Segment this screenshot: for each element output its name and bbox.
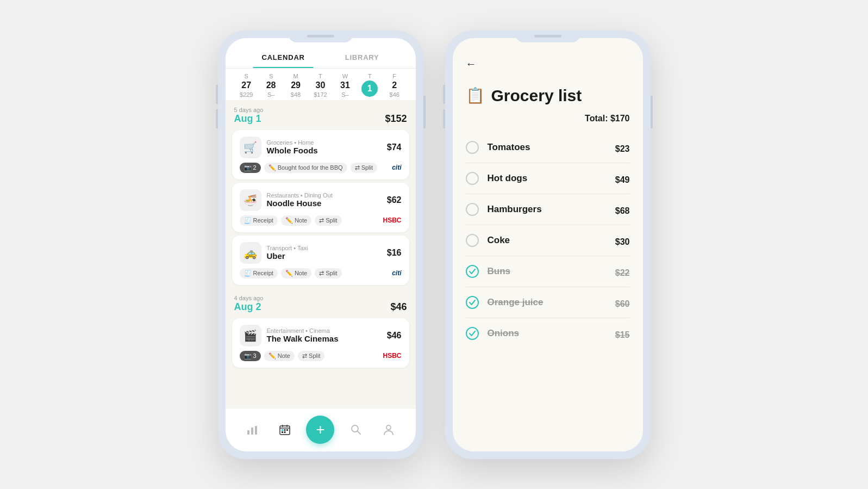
- txn-name-cinemas: The Walk Cinemas: [267, 334, 387, 343]
- txn-amount-noodle: $62: [387, 195, 402, 205]
- cal-day-29[interactable]: M 29 $48: [284, 73, 307, 98]
- cal-num-30: 30: [316, 81, 326, 90]
- grocery-item-coke: Coke $30: [466, 225, 630, 256]
- cal-day-2[interactable]: F 2 $46: [383, 73, 406, 98]
- tab-calendar[interactable]: CALENDAR: [253, 49, 313, 68]
- cal-day-28[interactable]: S 28 S–: [260, 73, 283, 98]
- nav-profile-button[interactable]: [378, 419, 399, 441]
- vol-up-button-right[interactable]: [443, 85, 445, 104]
- app-tabs: CALENDAR LIBRARY: [226, 38, 416, 69]
- date-header-aug2: 4 days ago Aug 2 $46: [226, 288, 416, 315]
- txn-tag-photos-cinemas[interactable]: 📷 3: [240, 351, 261, 361]
- txn-name-noodle: Noodle House: [267, 199, 387, 208]
- txn-uber[interactable]: 🚕 Transport • Taxi Uber $16 🧾 Receipt ✏️…: [232, 236, 409, 285]
- bank-hsbc-1: HSBC: [383, 216, 401, 224]
- grocery-list-icon: 📋: [466, 86, 485, 104]
- check-buns[interactable]: [466, 265, 479, 278]
- cal-day-31[interactable]: W 31 S–: [334, 73, 357, 98]
- svg-rect-7: [282, 429, 283, 431]
- grocery-item-hotdogs: Hot dogs $49: [466, 163, 630, 194]
- cal-day-27[interactable]: S 27 $229: [235, 73, 258, 98]
- cal-num-31: 31: [340, 81, 350, 90]
- item-name-tomatoes: Tomatoes: [488, 142, 630, 153]
- date-label-aug2: Aug 2: [234, 301, 261, 313]
- speaker-right: [534, 35, 561, 38]
- txn-tag-note-uber[interactable]: ✏️ Note: [281, 268, 311, 278]
- date-total-aug1: $152: [385, 113, 407, 125]
- item-name-hamburgers: Hamburgers: [488, 204, 630, 215]
- grocery-items-list: Tomatoes $23 Hot dogs $49 Hamburgers $68: [453, 132, 643, 349]
- date-label-aug1: Aug 1: [234, 113, 261, 125]
- grocery-header: 📋 Grocery list: [453, 70, 643, 114]
- txn-category-uber: Transport • Taxi: [267, 245, 387, 251]
- txn-whole-foods[interactable]: 🛒 Groceries • Home Whole Foods $74 📷 2 ✏…: [232, 130, 409, 179]
- txn-tag-note[interactable]: ✏️ Bought food for the BBQ: [264, 163, 347, 173]
- txn-tag-split-uber[interactable]: ⇄ Split: [315, 268, 341, 278]
- txn-cinemas[interactable]: 🎬 Entertainment • Cinema The Walk Cinema…: [232, 318, 409, 368]
- cal-day-30[interactable]: T 30 $172: [309, 73, 332, 98]
- item-name-orange-juice: Orange juice: [488, 297, 630, 308]
- power-button-right[interactable]: [651, 96, 653, 128]
- item-name-buns: Buns: [488, 266, 630, 277]
- power-button[interactable]: [423, 96, 426, 128]
- item-price-hamburgers: $68: [615, 206, 630, 216]
- check-hotdogs[interactable]: [466, 172, 479, 185]
- txn-tag-split-cinemas[interactable]: ⇄ Split: [298, 351, 324, 361]
- check-orange-juice[interactable]: [466, 296, 479, 309]
- right-phone: ← 📋 Grocery list Total: $170 Tomatoes $2…: [445, 30, 651, 459]
- txn-info-cinemas: Entertainment • Cinema The Walk Cinemas: [267, 327, 387, 343]
- txn-amount-whole-foods: $74: [387, 143, 402, 152]
- svg-point-14: [386, 425, 391, 430]
- bank-citi-2: citi: [392, 269, 401, 277]
- grocery-item-onions: Onions $15: [466, 318, 630, 349]
- transactions-scroll[interactable]: 5 days ago Aug 1 $152 🛒 Groceries • Home…: [226, 100, 416, 416]
- svg-rect-1: [251, 428, 253, 435]
- bank-hsbc-2: HSBC: [383, 352, 401, 360]
- cal-label-27: S: [245, 73, 248, 79]
- txn-tag-note-cinemas[interactable]: ✏️ Note: [264, 351, 295, 361]
- check-coke[interactable]: [466, 234, 479, 247]
- txn-category-noodle: Restaurants • Dining Out: [267, 192, 387, 199]
- grocery-item-orange-juice: Orange juice $60: [466, 287, 630, 318]
- nav-add-button[interactable]: +: [306, 416, 334, 444]
- txn-tag-receipt-noodle[interactable]: 🧾 Receipt: [240, 215, 278, 226]
- speaker: [307, 35, 334, 38]
- tab-library[interactable]: LIBRARY: [336, 49, 388, 68]
- txn-noodle-house[interactable]: 🍜 Restaurants • Dining Out Noodle House …: [232, 183, 409, 232]
- txn-tag-note-noodle[interactable]: ✏️ Note: [281, 215, 311, 226]
- nav-calendar-button[interactable]: [274, 419, 296, 441]
- txn-icon-taxi: 🚕: [240, 242, 261, 264]
- check-hamburgers[interactable]: [466, 203, 479, 216]
- cal-amount-27: $229: [240, 91, 253, 98]
- item-name-onions: Onions: [488, 328, 630, 339]
- cal-num-2: 2: [392, 81, 397, 90]
- svg-rect-8: [284, 429, 285, 431]
- left-phone: CALENDAR LIBRARY S 27 $229 S 28 S– M 29: [218, 30, 423, 459]
- cal-label-31: W: [342, 73, 348, 79]
- vol-down-button-right[interactable]: [443, 109, 445, 128]
- cal-num-27: 27: [241, 81, 251, 90]
- vol-up-button[interactable]: [216, 85, 218, 104]
- cal-amount-28: S–: [267, 91, 274, 98]
- txn-tag-split-noodle[interactable]: ⇄ Split: [315, 215, 341, 226]
- item-name-coke: Coke: [488, 235, 630, 246]
- txn-tags-whole-foods: 📷 2 ✏️ Bought food for the BBQ ⇄ Split c…: [240, 163, 402, 173]
- back-button[interactable]: ←: [466, 58, 477, 70]
- check-onions[interactable]: [466, 327, 479, 340]
- txn-info-whole-foods: Groceries • Home Whole Foods: [267, 139, 387, 155]
- nav-search-button[interactable]: [345, 419, 367, 441]
- nav-stats-button[interactable]: [241, 419, 263, 441]
- txn-tag-split[interactable]: ⇄ Split: [351, 163, 377, 173]
- item-price-orange-juice: $60: [615, 299, 630, 309]
- txn-tag-receipt-uber[interactable]: 🧾 Receipt: [240, 268, 278, 278]
- scene: CALENDAR LIBRARY S 27 $229 S 28 S– M 29: [196, 9, 672, 481]
- back-area: ←: [453, 38, 643, 70]
- vol-down-button[interactable]: [216, 109, 218, 128]
- grocery-title: Grocery list: [491, 86, 582, 105]
- item-price-onions: $15: [615, 330, 630, 340]
- txn-info-noodle: Restaurants • Dining Out Noodle House: [267, 192, 387, 208]
- txn-tag-photos[interactable]: 📷 2: [240, 163, 261, 173]
- txn-icon-groceries: 🛒: [240, 137, 261, 158]
- cal-day-1[interactable]: T 1: [358, 73, 381, 98]
- check-tomatoes[interactable]: [466, 141, 479, 154]
